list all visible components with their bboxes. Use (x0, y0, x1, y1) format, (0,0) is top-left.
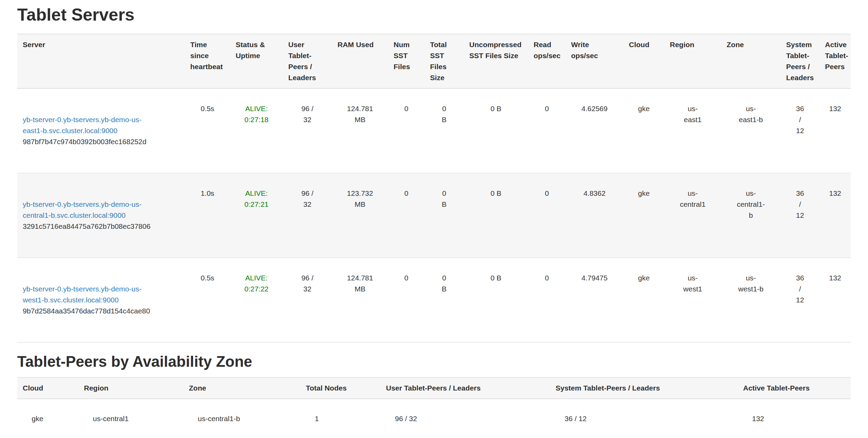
server-link[interactable]: yb-tserver-0.yb-tservers.yb-demo-us- wes… (23, 285, 141, 304)
col-header-heartbeat: Time since heartbeat (185, 34, 230, 88)
server-cell: yb-tserver-0.yb-tservers.yb-demo-us- eas… (17, 88, 185, 173)
heartbeat-cell: 0.5s (185, 88, 230, 173)
uncompressed-sst-cell: 0 B (464, 258, 528, 342)
read-ops-cell: 0 (528, 88, 566, 173)
user-peers-cell: 96 / 32 (283, 258, 332, 342)
cloud-cell: gke (623, 88, 664, 173)
read-ops-cell: 0 (528, 258, 566, 342)
zone-cell: us- central1- b (721, 173, 781, 258)
system-peers-cell: 36 / 12 (781, 88, 819, 173)
az-header-row: Cloud Region Zone Total Nodes User Table… (17, 377, 851, 399)
user-peers-cell: 96 / 32 (283, 88, 332, 173)
ram-used-cell: 124.781 MB (332, 258, 388, 342)
uncompressed-sst-cell: 0 B (464, 88, 528, 173)
uncompressed-sst-cell: 0 B (464, 173, 528, 258)
system-peers-cell: 36 / 12 (781, 173, 819, 258)
user-peers-cell: 96 / 32 (283, 173, 332, 258)
total-nodes-cell: 1 (300, 399, 381, 438)
total-sst-cell: 0 B (425, 173, 464, 258)
write-ops-cell: 4.62569 (566, 88, 623, 173)
col-header-server: Server (17, 34, 185, 88)
server-uuid: 987bf7b47c974b0392b003fec168252d (23, 136, 179, 147)
zone-cell: us- west1-b (721, 258, 781, 342)
col-header-num-sst: Num SST Files (388, 34, 425, 88)
cloud-cell: gke (17, 399, 78, 438)
status-alive-text: ALIVE: 0:27:22 (244, 274, 268, 293)
ram-used-cell: 123.732 MB (332, 173, 388, 258)
tablet-servers-table: Server Time since heartbeat Status & Upt… (17, 34, 851, 343)
server-link[interactable]: yb-tserver-0.yb-tservers.yb-demo-us- cen… (23, 200, 141, 219)
col-header-active-peers: Active Tablet-Peers (819, 34, 851, 88)
server-cell: yb-tserver-0.yb-tservers.yb-demo-us- cen… (17, 173, 185, 258)
write-ops-cell: 4.8362 (566, 173, 623, 258)
col-header-write-ops: Write ops/sec (566, 34, 623, 88)
num-sst-cell: 0 (388, 173, 425, 258)
col-header-zone: Zone (183, 377, 300, 399)
col-header-user-peers: User Tablet-Peers / Leaders (283, 34, 332, 88)
status-cell: ALIVE: 0:27:22 (230, 258, 283, 342)
user-peers-cell: 96 / 32 (381, 399, 550, 438)
col-header-read-ops: Read ops/sec (528, 34, 566, 88)
table-row: yb-tserver-0.yb-tservers.yb-demo-us- eas… (17, 88, 851, 173)
status-alive-text: ALIVE: 0:27:18 (244, 105, 268, 124)
status-cell: ALIVE: 0:27:18 (230, 88, 283, 173)
total-sst-cell: 0 B (425, 88, 464, 173)
server-link[interactable]: yb-tserver-0.yb-tservers.yb-demo-us- eas… (23, 116, 141, 135)
col-header-total-nodes: Total Nodes (300, 377, 381, 399)
col-header-system-peers: System Tablet-Peers / Leaders (781, 34, 819, 88)
table-row: gke us-central1 us-central1-b 1 96 / 32 … (17, 399, 851, 438)
table-row: yb-tserver-0.yb-tservers.yb-demo-us- cen… (17, 173, 851, 258)
table-row: yb-tserver-0.yb-tservers.yb-demo-us- wes… (17, 258, 851, 342)
col-header-cloud: Cloud (17, 377, 78, 399)
region-cell: us- central1 (664, 173, 721, 258)
region-cell: us- west1 (664, 258, 721, 342)
col-header-total-sst: Total SST Files Size (425, 34, 464, 88)
server-cell: yb-tserver-0.yb-tservers.yb-demo-us- wes… (17, 258, 185, 342)
col-header-user-peers: User Tablet-Peers / Leaders (381, 377, 550, 399)
system-peers-cell: 36 / 12 (781, 258, 819, 342)
col-header-region: Region (78, 377, 183, 399)
col-header-status: Status & Uptime (230, 34, 283, 88)
col-header-ram: RAM Used (332, 34, 388, 88)
az-table: Cloud Region Zone Total Nodes User Table… (17, 377, 851, 438)
zone-cell: us- east1-b (721, 88, 781, 173)
active-peers-cell: 132 (819, 88, 851, 173)
col-header-cloud: Cloud (623, 34, 664, 88)
active-peers-cell: 132 (819, 258, 851, 342)
cloud-cell: gke (623, 173, 664, 258)
system-peers-cell: 36 / 12 (550, 399, 738, 438)
heartbeat-cell: 1.0s (185, 173, 230, 258)
active-peers-cell: 132 (819, 173, 851, 258)
region-cell: us-central1 (78, 399, 183, 438)
tablet-servers-header-row: Server Time since heartbeat Status & Upt… (17, 34, 851, 88)
server-uuid: 9b7d2584aa35476dac778d154c4cae80 (23, 306, 179, 317)
status-cell: ALIVE: 0:27:21 (230, 173, 283, 258)
tablet-servers-heading: Tablet Servers (17, 5, 851, 25)
az-heading: Tablet-Peers by Availability Zone (17, 353, 851, 370)
status-alive-text: ALIVE: 0:27:21 (244, 189, 268, 208)
num-sst-cell: 0 (388, 88, 425, 173)
cloud-cell: gke (623, 258, 664, 342)
zone-cell: us-central1-b (183, 399, 300, 438)
region-cell: us- east1 (664, 88, 721, 173)
write-ops-cell: 4.79475 (566, 258, 623, 342)
total-sst-cell: 0 B (425, 258, 464, 342)
col-header-zone: Zone (721, 34, 781, 88)
num-sst-cell: 0 (388, 258, 425, 342)
page-container: Tablet Servers Server Time since heartbe… (0, 5, 868, 438)
read-ops-cell: 0 (528, 173, 566, 258)
col-header-uncompressed-sst: Uncompressed SST Files Size (464, 34, 528, 88)
col-header-region: Region (664, 34, 721, 88)
active-peers-cell: 132 (738, 399, 851, 438)
col-header-system-peers: System Tablet-Peers / Leaders (550, 377, 738, 399)
server-uuid: 3291c5716ea84475a762b7b08ec37806 (23, 221, 179, 232)
col-header-active-peers: Active Tablet-Peers (738, 377, 851, 399)
ram-used-cell: 124.781 MB (332, 88, 388, 173)
heartbeat-cell: 0.5s (185, 258, 230, 342)
